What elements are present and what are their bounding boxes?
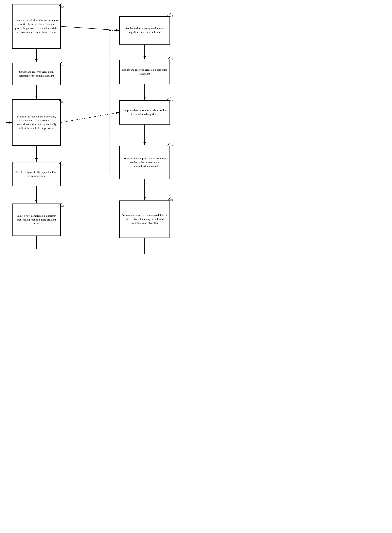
svg-line-9 bbox=[61, 112, 119, 123]
box-218: Transfer the compressed data from the se… bbox=[119, 146, 170, 179]
label-212: 212 bbox=[169, 58, 173, 61]
box-210: Select a new compression algorithm that … bbox=[12, 204, 61, 236]
label-210: 210 bbox=[60, 205, 64, 208]
box-216: Compress data on sender's side according… bbox=[119, 100, 170, 124]
box-220: Decompress received compressed data on t… bbox=[119, 200, 170, 238]
label-204: 204 bbox=[60, 64, 64, 67]
label-208: 208 bbox=[60, 163, 64, 166]
box-206: Monitor the load on the processors, char… bbox=[12, 99, 61, 146]
box-212: Sender and receiver agree on a particula… bbox=[119, 60, 170, 84]
label-206: 206 bbox=[60, 100, 64, 104]
box-214: Sender and receiver agree that new algor… bbox=[119, 16, 170, 45]
box-208: Decide to dynamically adjust the level o… bbox=[12, 162, 61, 186]
label-218: 218 bbox=[169, 144, 173, 147]
label-220: 220 bbox=[169, 199, 173, 202]
label-216: 216 bbox=[169, 98, 173, 101]
label-214: 214 bbox=[169, 14, 173, 17]
flowchart-diagram: Select an initial algorithm according to… bbox=[0, 0, 196, 266]
svg-line-6 bbox=[61, 26, 119, 30]
box-202: Select an initial algorithm according to… bbox=[12, 4, 61, 49]
box-204: Sender and receiver agree upon selection… bbox=[12, 63, 61, 85]
label-202: 202 bbox=[60, 5, 64, 8]
